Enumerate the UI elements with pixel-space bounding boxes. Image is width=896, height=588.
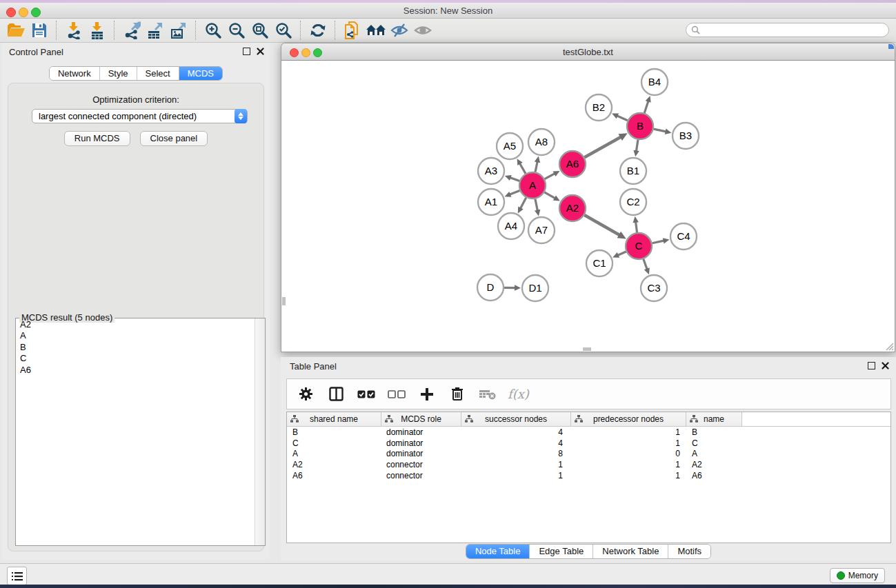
column-header-shared-name[interactable]: shared name xyxy=(287,412,381,426)
graph-edge-B-B4[interactable] xyxy=(644,101,648,113)
table-row[interactable]: Bdominator41B xyxy=(287,427,890,438)
graph-edge-A-A5[interactable] xyxy=(519,163,526,173)
graph-edge-A-A3[interactable] xyxy=(509,177,519,181)
graph-node-label-D: D xyxy=(487,281,495,293)
list-item[interactable]: A6 xyxy=(17,365,255,376)
graph-edge-A-A6[interactable] xyxy=(545,173,556,179)
graph-edge-B-B2[interactable] xyxy=(617,115,628,120)
graph-edge-B-B3[interactable] xyxy=(654,129,667,132)
graph-edge-A-A1[interactable] xyxy=(509,190,519,194)
graph-edge-arrow-icon xyxy=(646,96,651,103)
column-header-predecessor-nodes[interactable]: predecessor nodes xyxy=(571,412,686,426)
graph-edge-A6-B[interactable] xyxy=(584,136,621,157)
tab-node-table[interactable]: Node Table xyxy=(466,545,530,558)
column-label: successor nodes xyxy=(485,414,547,424)
network-window-title: testGlobe.txt xyxy=(281,47,895,57)
graph-edge-arrow-icon xyxy=(535,156,540,163)
toolbar-separator xyxy=(56,21,57,40)
graph-edge-A-A7[interactable] xyxy=(535,199,538,212)
network-canvas[interactable]: B4B2BB3A5A8A6A3B1AA1C2A2A4A7C4CC1C3DD1 xyxy=(281,61,895,352)
tab-select[interactable]: Select xyxy=(137,67,179,80)
table-row[interactable]: A6connector11A6 xyxy=(287,470,890,481)
table-row[interactable]: Cdominator41C xyxy=(287,438,890,449)
open-folder-icon[interactable] xyxy=(6,21,26,40)
graph-edge-A2-C[interactable] xyxy=(584,215,620,236)
zoom-selected-icon[interactable] xyxy=(273,21,294,40)
graph-node-label-A1: A1 xyxy=(485,196,497,207)
zoom-fit-icon[interactable] xyxy=(250,21,270,40)
graph-edge-B-B1[interactable] xyxy=(636,140,638,152)
column-header-MCDS-role[interactable]: MCDS role xyxy=(381,412,461,426)
zoom-in-icon[interactable] xyxy=(203,21,223,40)
tab-network[interactable]: Network xyxy=(50,67,99,80)
graph-edge-C-C1[interactable] xyxy=(617,252,626,256)
eye-icon[interactable] xyxy=(412,21,433,40)
memory-status-icon xyxy=(837,571,845,580)
tab-network-table[interactable]: Network Table xyxy=(593,545,668,558)
column-label: shared name xyxy=(310,414,358,424)
column-header-name[interactable]: name xyxy=(686,412,742,426)
refresh-icon[interactable] xyxy=(308,21,328,40)
add-icon[interactable] xyxy=(418,385,436,404)
column-label: predecessor nodes xyxy=(593,414,664,424)
list-item[interactable]: A xyxy=(17,330,255,341)
hide-show-icon[interactable] xyxy=(389,21,410,40)
criterion-dropdown[interactable]: largest connected component (directed) xyxy=(32,109,248,123)
delete-table-icon[interactable] xyxy=(479,385,497,404)
network-window-titlebar[interactable]: testGlobe.txt xyxy=(281,43,895,61)
result-scrollbar[interactable] xyxy=(255,318,265,545)
float-panel-icon[interactable] xyxy=(243,48,250,55)
float-panel-icon[interactable] xyxy=(868,362,875,369)
table-row[interactable]: Adominator80A xyxy=(287,448,890,459)
search-input[interactable] xyxy=(700,25,875,36)
graph-node-label-A7: A7 xyxy=(535,224,548,236)
list-item[interactable]: A2 xyxy=(17,319,255,330)
import-network-icon[interactable] xyxy=(63,21,84,40)
memory-button[interactable]: Memory xyxy=(830,568,885,583)
close-panel-button[interactable]: Close panel xyxy=(140,131,208,146)
table-cell: connector xyxy=(381,460,461,469)
duplicate-network-icon[interactable] xyxy=(342,21,363,40)
tab-style[interactable]: Style xyxy=(99,67,137,80)
graph-edge-C-C3[interactable] xyxy=(644,259,648,270)
column-header-successor-nodes[interactable]: successor nodes xyxy=(461,412,571,426)
select-all-icon[interactable] xyxy=(357,385,375,404)
home-icon[interactable] xyxy=(366,21,386,40)
graph-edge-C-C4[interactable] xyxy=(653,241,665,243)
search-field[interactable] xyxy=(686,23,889,37)
horizontal-scroll-nub[interactable] xyxy=(583,347,591,351)
close-panel-icon[interactable] xyxy=(257,48,264,55)
list-item[interactable]: C xyxy=(17,353,255,364)
export-network-icon[interactable] xyxy=(121,21,142,40)
zoom-out-icon[interactable] xyxy=(226,21,247,40)
tab-motifs[interactable]: Motifs xyxy=(668,545,710,558)
table-row[interactable]: A2connector11A2 xyxy=(287,459,890,470)
graph-edge-A-A2[interactable] xyxy=(544,192,555,199)
tab-mcds[interactable]: MCDS xyxy=(179,67,222,80)
columns-icon[interactable] xyxy=(327,385,345,404)
graph-edge-A-A4[interactable] xyxy=(520,198,526,210)
delete-icon[interactable] xyxy=(448,385,466,404)
table-cell: A6 xyxy=(686,471,742,480)
vertical-scroll-nub[interactable] xyxy=(282,297,286,305)
close-panel-icon[interactable] xyxy=(882,362,889,369)
gear-icon[interactable] xyxy=(297,385,315,404)
unselect-all-icon[interactable] xyxy=(388,385,406,404)
graph-edge-C-C2[interactable] xyxy=(635,221,637,232)
import-table-icon[interactable] xyxy=(87,21,108,40)
resize-grip-icon[interactable] xyxy=(884,341,894,351)
control-panel: Control Panel NetworkStyleSelectMCDS Opt… xyxy=(2,43,270,560)
graph-edge-A-A8[interactable] xyxy=(535,161,537,172)
function-icon[interactable]: f(x) xyxy=(508,387,529,401)
export-table-icon[interactable] xyxy=(145,21,166,40)
tab-edge-table[interactable]: Edge Table xyxy=(529,545,593,558)
network-graph[interactable]: B4B2BB3A5A8A6A3B1AA1C2A2A4A7C4CC1C3DD1 xyxy=(281,61,895,351)
task-list-button[interactable] xyxy=(7,567,27,585)
export-image-icon[interactable] xyxy=(168,21,189,40)
run-mcds-button[interactable]: Run MCDS xyxy=(64,131,130,146)
save-icon[interactable] xyxy=(29,21,50,40)
table-header-row: shared nameMCDS rolesuccessor nodesprede… xyxy=(287,412,890,427)
control-panel-header: Control Panel xyxy=(2,43,270,61)
hierarchy-icon xyxy=(575,415,583,423)
list-item[interactable]: B xyxy=(17,342,255,353)
